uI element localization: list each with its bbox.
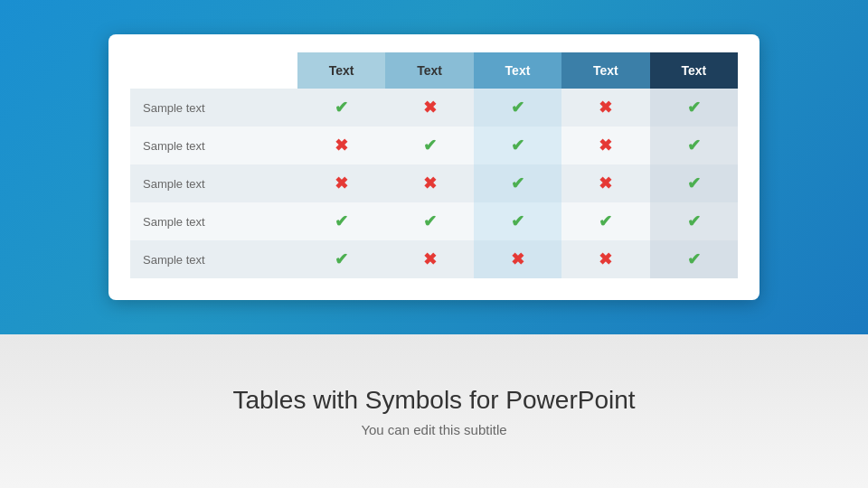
cell-2-1: ✖ <box>385 164 473 202</box>
cross-icon: ✖ <box>335 174 348 192</box>
header-label-col <box>130 52 297 89</box>
check-icon: ✔ <box>511 174 524 192</box>
check-icon: ✔ <box>423 212 437 230</box>
header-col-5: Text <box>650 52 738 89</box>
cell-4-3: ✖ <box>561 240 649 278</box>
cell-4-2: ✖ <box>474 240 561 278</box>
check-icon: ✔ <box>599 212 612 230</box>
check-icon: ✔ <box>335 212 348 230</box>
check-icon: ✔ <box>687 174 701 192</box>
check-icon: ✔ <box>687 99 701 117</box>
cell-2-3: ✖ <box>561 164 649 202</box>
cross-icon: ✖ <box>599 99 612 117</box>
cross-icon: ✖ <box>335 136 348 155</box>
cell-3-3: ✔ <box>561 202 649 240</box>
cell-0-0: ✔ <box>297 89 385 127</box>
check-icon: ✔ <box>423 136 437 155</box>
cross-icon: ✖ <box>599 250 612 268</box>
header-col-1: Text <box>297 52 385 89</box>
bottom-section: Tables with Symbols for PowerPoint You c… <box>0 334 868 488</box>
cell-2-4: ✔ <box>650 164 738 202</box>
table-row: Sample text✔✖✔✖✔ <box>130 89 738 127</box>
table-header-row: Text Text Text Text Text <box>130 52 738 89</box>
cell-4-4: ✔ <box>650 240 738 278</box>
cell-2-0: ✖ <box>297 164 385 202</box>
cross-icon: ✖ <box>423 99 437 117</box>
row-label: Sample text <box>130 240 297 278</box>
row-label: Sample text <box>130 202 297 240</box>
cell-2-2: ✔ <box>474 164 561 202</box>
check-icon: ✔ <box>687 136 701 155</box>
cell-1-0: ✖ <box>297 127 385 164</box>
cell-3-4: ✔ <box>650 202 738 240</box>
row-label: Sample text <box>130 127 297 164</box>
table-row: Sample text✔✖✖✖✔ <box>130 240 738 278</box>
cell-3-0: ✔ <box>297 202 385 240</box>
table-row: Sample text✔✔✔✔✔ <box>130 202 738 240</box>
cell-3-1: ✔ <box>385 202 473 240</box>
header-col-3: Text <box>474 52 561 89</box>
subtitle: You can edit this subtitle <box>361 422 506 437</box>
cross-icon: ✖ <box>599 174 612 192</box>
check-icon: ✔ <box>511 99 524 117</box>
cell-1-4: ✔ <box>650 127 738 164</box>
check-icon: ✔ <box>511 136 524 155</box>
table-row: Sample text✖✔✔✖✔ <box>130 127 738 164</box>
cell-1-2: ✔ <box>474 127 561 164</box>
cell-0-1: ✖ <box>385 89 473 127</box>
header-col-2: Text <box>385 52 473 89</box>
top-section: Text Text Text Text Text Sample text✔✖✔✖… <box>0 0 868 334</box>
cell-0-3: ✖ <box>561 89 649 127</box>
cell-0-2: ✔ <box>474 89 561 127</box>
header-col-4: Text <box>561 52 649 89</box>
check-icon: ✔ <box>511 212 524 230</box>
cell-1-3: ✖ <box>561 127 649 164</box>
cross-icon: ✖ <box>423 250 437 268</box>
row-label: Sample text <box>130 89 297 127</box>
cell-1-1: ✔ <box>385 127 473 164</box>
check-icon: ✔ <box>687 212 701 230</box>
cross-icon: ✖ <box>599 136 612 155</box>
row-label: Sample text <box>130 164 297 202</box>
cell-4-1: ✖ <box>385 240 473 278</box>
table-row: Sample text✖✖✔✖✔ <box>130 164 738 202</box>
cell-0-4: ✔ <box>650 89 738 127</box>
check-icon: ✔ <box>687 250 701 268</box>
cross-icon: ✖ <box>423 174 437 192</box>
cell-4-0: ✔ <box>297 240 385 278</box>
cell-3-2: ✔ <box>474 202 561 240</box>
main-title: Tables with Symbols for PowerPoint <box>232 386 635 415</box>
table-card: Text Text Text Text Text Sample text✔✖✔✖… <box>108 34 760 300</box>
check-icon: ✔ <box>335 250 348 268</box>
check-icon: ✔ <box>335 99 348 117</box>
comparison-table: Text Text Text Text Text Sample text✔✖✔✖… <box>130 52 738 278</box>
cross-icon: ✖ <box>511 250 524 268</box>
